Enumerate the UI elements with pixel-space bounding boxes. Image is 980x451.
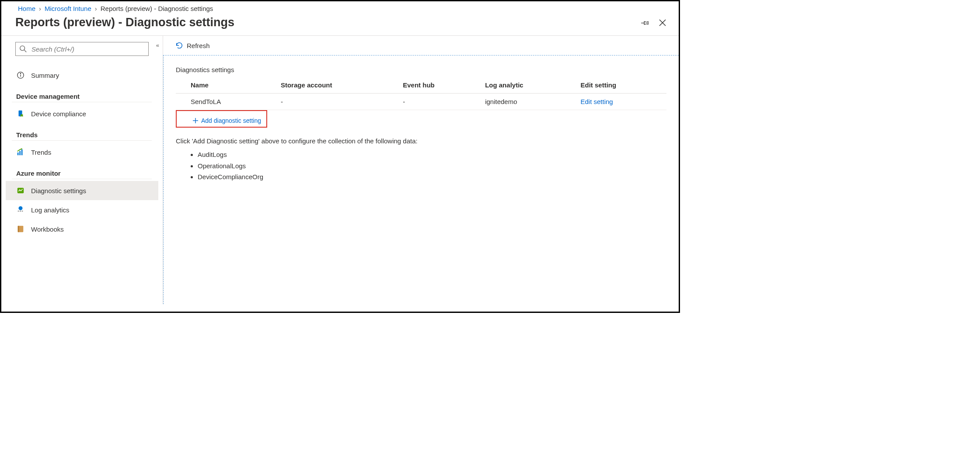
- diagnostics-table: Name Storage account Event hub Log analy…: [176, 79, 666, 110]
- toolbar: Refresh: [163, 36, 679, 55]
- svg-rect-10: [21, 149, 23, 156]
- sidebar-item-summary[interactable]: Summary: [12, 66, 158, 85]
- svg-point-12: [19, 206, 23, 210]
- svg-rect-9: [19, 151, 21, 155]
- hint-item: OperationalLogs: [198, 160, 666, 172]
- collapse-sidebar-icon[interactable]: «: [156, 42, 159, 49]
- sidebar: « Summary Device management: [1, 36, 163, 304]
- hint-list: AuditLogs OperationalLogs DeviceComplian…: [198, 149, 666, 183]
- sidebar-group-device-management: Device management: [12, 85, 152, 102]
- svg-rect-13: [18, 211, 19, 212]
- breadcrumb-separator: ›: [39, 5, 41, 12]
- sidebar-item-label: Diagnostic settings: [31, 187, 86, 194]
- column-header-edit: Edit setting: [576, 79, 667, 94]
- breadcrumb-intune[interactable]: Microsoft Intune: [45, 5, 91, 12]
- cell-eventhub: -: [398, 94, 481, 110]
- close-icon[interactable]: [657, 17, 668, 28]
- hint-text: Click 'Add Diagnostic setting' above to …: [176, 137, 666, 145]
- cell-storage: -: [276, 94, 398, 110]
- table-row: SendToLA - - ignitedemo Edit setting: [176, 94, 666, 110]
- pin-icon[interactable]: [639, 17, 651, 28]
- page-title: Reports (preview) - Diagnostic settings: [15, 16, 639, 29]
- breadcrumb-home[interactable]: Home: [18, 5, 35, 12]
- title-row: Reports (preview) - Diagnostic settings: [1, 15, 679, 36]
- column-header-storage: Storage account: [276, 79, 398, 94]
- add-diagnostic-setting-button[interactable]: Add diagnostic setting: [187, 114, 266, 127]
- svg-rect-17: [18, 226, 19, 232]
- svg-point-6: [20, 73, 21, 74]
- workbooks-icon: [16, 225, 25, 233]
- sidebar-group-azure-monitor: Azure monitor: [12, 162, 152, 179]
- add-diagnostic-highlight: Add diagnostic setting: [176, 110, 267, 128]
- cell-loganalytic: ignitedemo: [481, 94, 576, 110]
- sidebar-item-log-analytics[interactable]: Log analytics: [12, 200, 158, 219]
- content-panel: Diagnostics settings Name Storage accoun…: [163, 55, 679, 304]
- breadcrumb-separator: ›: [95, 5, 97, 12]
- breadcrumb-current: Reports (preview) - Diagnostic settings: [101, 5, 213, 12]
- trends-icon: [16, 148, 25, 156]
- plus-icon: [192, 118, 199, 124]
- sidebar-item-device-compliance[interactable]: Device compliance: [12, 104, 158, 123]
- breadcrumb: Home › Microsoft Intune › Reports (previ…: [1, 1, 679, 15]
- main-content: Refresh Diagnostics settings Name Storag…: [163, 36, 679, 304]
- svg-rect-15: [22, 211, 23, 212]
- svg-rect-14: [20, 211, 21, 212]
- section-title: Diagnostics settings: [176, 66, 666, 73]
- add-diagnostic-label: Add diagnostic setting: [201, 117, 261, 124]
- hint-item: AuditLogs: [198, 149, 666, 160]
- diagnostic-settings-icon: [16, 186, 25, 195]
- sidebar-item-diagnostic-settings[interactable]: Diagnostic settings: [6, 181, 158, 200]
- sidebar-item-label: Trends: [31, 149, 51, 156]
- sidebar-item-trends[interactable]: Trends: [12, 142, 158, 162]
- sidebar-group-trends: Trends: [12, 123, 152, 141]
- log-analytics-icon: [16, 205, 25, 214]
- search-icon: [19, 45, 27, 53]
- sidebar-item-label: Summary: [31, 72, 59, 79]
- svg-line-3: [24, 50, 27, 52]
- cell-name: SendToLA: [176, 94, 276, 110]
- hint-item: DeviceComplianceOrg: [198, 171, 666, 183]
- sidebar-item-label: Workbooks: [31, 226, 64, 233]
- search-box[interactable]: [15, 42, 149, 56]
- refresh-button[interactable]: Refresh: [187, 42, 210, 49]
- info-icon: [16, 71, 25, 80]
- sidebar-item-label: Device compliance: [31, 110, 86, 118]
- device-compliance-icon: [16, 109, 25, 118]
- column-header-eventhub: Event hub: [398, 79, 481, 94]
- sidebar-item-label: Log analytics: [31, 206, 70, 214]
- column-header-name: Name: [176, 79, 276, 94]
- svg-rect-8: [17, 153, 19, 155]
- search-input[interactable]: [31, 45, 145, 53]
- sidebar-item-workbooks[interactable]: Workbooks: [12, 219, 158, 239]
- column-header-loganalytic: Log analytic: [481, 79, 576, 94]
- edit-setting-link[interactable]: Edit setting: [581, 98, 613, 105]
- refresh-icon[interactable]: [175, 42, 183, 49]
- svg-point-2: [20, 46, 25, 51]
